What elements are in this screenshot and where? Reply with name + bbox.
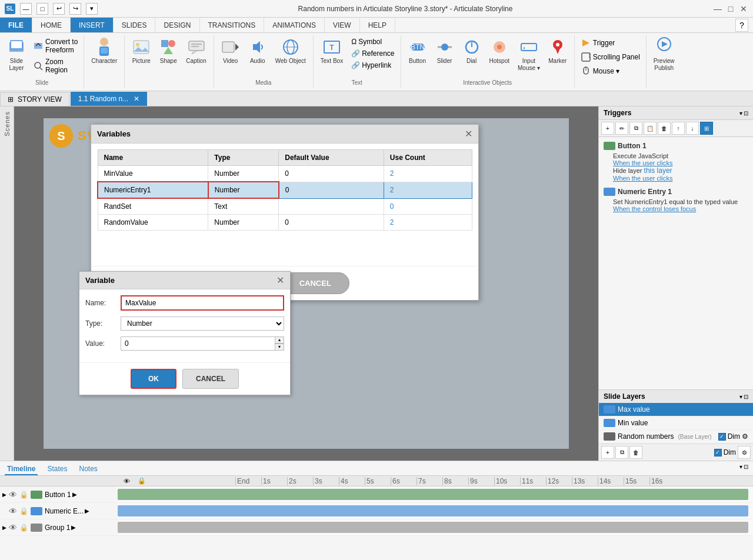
hyperlink-btn[interactable]: 🔗 Hyperlink [349, 60, 397, 71]
tl-eye-button1[interactable]: 👁 [9, 490, 17, 499]
tab-design[interactable]: DESIGN [155, 18, 199, 32]
shape-btn[interactable]: Shape [155, 36, 181, 66]
tl-tab-states[interactable]: States [45, 464, 69, 475]
reference-btn[interactable]: 🔗 Reference [349, 48, 397, 59]
variable-sub-cancel-btn[interactable]: CANCEL [182, 369, 239, 389]
tab-home[interactable]: HOME [32, 18, 71, 32]
tl-bar-group1[interactable] [118, 522, 748, 533]
slide-layer-maxvalue[interactable]: Max value [599, 403, 753, 416]
dial-btn[interactable]: Dial [459, 36, 485, 66]
tl-expand-arrow-button1[interactable]: ▶ [72, 491, 77, 498]
var-ne1-count-link[interactable]: 2 [390, 186, 394, 194]
maximize-btn[interactable]: □ [36, 3, 48, 15]
spinbox-up-btn[interactable]: ▴ [275, 336, 284, 344]
button-btn[interactable]: BTN Button [405, 36, 431, 66]
tab-transitions[interactable]: TRANSITIONS [200, 18, 265, 32]
dim-checkbox[interactable] [718, 433, 726, 441]
tl-lock-ne[interactable]: 🔒 [19, 507, 28, 515]
win-close-btn[interactable]: ✕ [739, 4, 748, 14]
mouse-btn[interactable]: Mouse ▾ [578, 65, 642, 78]
slider-btn[interactable]: Slider [432, 36, 458, 66]
sl-copy-btn[interactable]: ⧉ [615, 446, 628, 459]
preview-publish-btn[interactable]: PreviewPublish [650, 36, 678, 73]
tl-lock-btn[interactable]: 🔒 [135, 476, 148, 486]
variable-name-input[interactable] [121, 295, 284, 311]
triggers-collapse-btn[interactable]: ▾ [739, 110, 742, 116]
spinbox-down-btn[interactable]: ▾ [275, 344, 284, 351]
win-minimize-btn[interactable]: — [713, 4, 722, 14]
trigger-add-btn[interactable]: + [601, 122, 614, 135]
picture-btn[interactable]: Picture [128, 36, 154, 66]
sl-delete-btn[interactable]: 🗑 [629, 446, 642, 459]
character-btn[interactable]: Character [88, 36, 121, 66]
variables-modal-close[interactable]: ✕ [465, 128, 472, 139]
layer-rn-settings-btn[interactable]: ⚙ [742, 432, 748, 441]
var-row-randset[interactable]: RandSet Text 0 [98, 198, 472, 215]
tl-bar-button1[interactable] [118, 489, 748, 500]
trigger-down-btn[interactable]: ↓ [686, 122, 699, 135]
tl-expand-arrow-ne[interactable]: ▶ [85, 508, 89, 514]
undo-btn[interactable]: ↩ [53, 3, 65, 15]
trigger-paste-btn[interactable]: 📋 [644, 122, 657, 135]
slide-layer-btn[interactable]: SlideLayer [4, 36, 29, 73]
var-row-randomvalue[interactable]: RandomValue Number 0 2 [98, 215, 472, 231]
variable-sub-modal-close[interactable]: ✕ [276, 275, 284, 286]
caption-btn[interactable]: Caption [182, 36, 209, 66]
trigger-delete-btn[interactable]: 🗑 [658, 122, 671, 135]
slide-layer-minvalue[interactable]: Min value [599, 416, 753, 430]
sl-settings-btn[interactable]: ⚙ [738, 446, 751, 459]
this-layer-link[interactable]: this layer [644, 166, 672, 175]
var-row-minvalue[interactable]: MinValue Number 0 2 [98, 166, 472, 182]
variable-value-input[interactable] [121, 336, 275, 351]
trigger-up-btn[interactable]: ↑ [672, 122, 685, 135]
web-object-btn[interactable]: Web Object [272, 36, 309, 66]
slide-layer-randomnumbers[interactable]: Random numbers (Base Layer) Dim ⚙ [599, 430, 753, 444]
slide-layers-detach-btn[interactable]: ⊡ [744, 394, 748, 400]
convert-to-freeform-btn[interactable]: Convert toFreeform [31, 36, 80, 55]
var-randset-count-link[interactable]: 0 [390, 202, 394, 211]
slide-tab[interactable]: 1.1 Random n... ✕ [71, 92, 147, 106]
hotspot-btn[interactable]: Hotspot [486, 36, 513, 66]
sl-dim-cb[interactable] [714, 449, 722, 456]
video-btn[interactable]: Video [218, 36, 244, 66]
slide-tab-close[interactable]: ✕ [134, 95, 139, 103]
tl-expand-arrow-group1[interactable]: ▶ [71, 524, 76, 531]
tl-eye-ne[interactable]: 👁 [9, 506, 17, 516]
var-minvalue-count-link[interactable]: 2 [390, 169, 394, 178]
tab-slides[interactable]: SLIDES [114, 18, 156, 32]
tl-eye-group1[interactable]: 👁 [9, 523, 17, 532]
trigger-edit-btn[interactable]: ✏ [615, 122, 628, 135]
tab-view[interactable]: VIEW [325, 18, 360, 32]
minimize-btn[interactable]: — [20, 3, 32, 15]
quick-access-btn[interactable]: ▾ [86, 3, 98, 15]
trigger-btn[interactable]: Trigger [578, 36, 642, 49]
audio-btn[interactable]: Audio [245, 36, 271, 66]
redo-btn[interactable]: ↪ [69, 3, 81, 15]
tl-tab-timeline[interactable]: Timeline [5, 464, 38, 475]
timeline-collapse-btn[interactable]: ▾ [739, 464, 742, 475]
marker-btn[interactable]: Marker [545, 36, 571, 66]
tl-bar-ne[interactable] [118, 505, 748, 516]
story-view-tab[interactable]: ⊞ STORY VIEW [0, 92, 69, 106]
tl-tab-notes[interactable]: Notes [77, 464, 100, 475]
tl-lock-button1[interactable]: 🔒 [19, 491, 28, 499]
help-icon[interactable]: ? [735, 19, 748, 32]
sl-add-btn[interactable]: + [601, 446, 614, 459]
text-box-btn[interactable]: T Text Box [317, 36, 346, 66]
variable-type-select[interactable]: Number Text True/False [121, 316, 284, 331]
variable-sub-ok-btn[interactable]: OK [131, 369, 176, 389]
scrolling-panel-btn[interactable]: Scrolling Panel [578, 51, 642, 64]
triggers-detach-btn[interactable]: ⊡ [744, 110, 748, 116]
symbol-btn[interactable]: Ω Symbol [349, 36, 397, 47]
tl-expand-btn-button1[interactable]: ▶ [2, 492, 6, 498]
tab-file[interactable]: FILE [0, 18, 32, 32]
zoom-region-btn[interactable]: ZoomRegion [31, 56, 80, 75]
win-restore-btn[interactable]: □ [726, 4, 735, 14]
tl-eye-btn[interactable]: 👁 [120, 476, 133, 486]
timeline-detach-btn[interactable]: ⊡ [744, 464, 748, 475]
tab-help[interactable]: HELP [360, 18, 395, 32]
tab-animations[interactable]: ANIMATIONS [264, 18, 325, 32]
var-rv-count-link[interactable]: 2 [390, 218, 394, 226]
var-row-numericentry1[interactable]: NumericEntry1 Number 0 2 [98, 182, 472, 198]
tl-collapse-group1[interactable]: ▶ [2, 525, 6, 531]
